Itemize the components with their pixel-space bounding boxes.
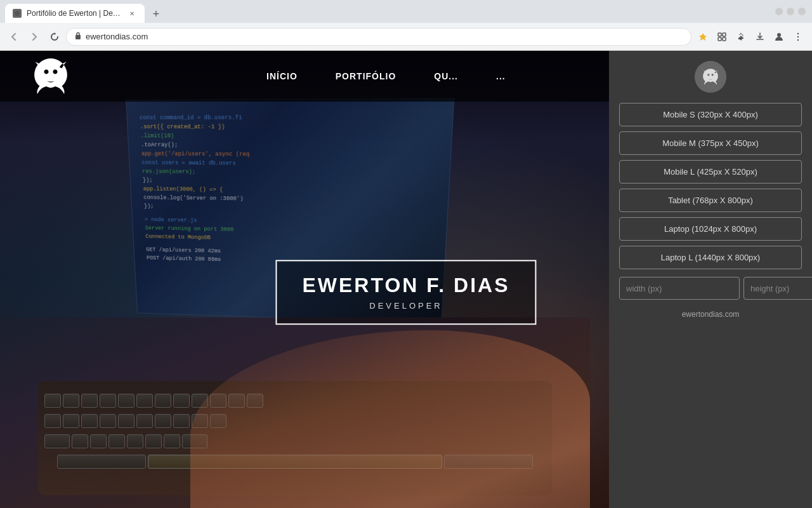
svg-rect-5 (718, 37, 721, 41)
width-input[interactable] (619, 277, 740, 300)
reload-button[interactable] (46, 28, 63, 46)
svg-point-0 (15, 11, 20, 16)
svg-rect-6 (723, 37, 726, 41)
site-nav-links: INÍCIO PORTIFÓLIO QU... ... (266, 71, 506, 81)
lock-icon (74, 32, 82, 41)
new-tab-button[interactable]: + (147, 5, 165, 23)
svg-point-8 (797, 32, 799, 34)
back-button[interactable] (5, 28, 23, 46)
account-button[interactable] (770, 28, 788, 46)
device-mobile-s-button[interactable]: Mobile S (320px X 400px) (619, 103, 802, 126)
browser-viewport: const command_id = db.users.fi .sort({ c… (0, 51, 812, 508)
hero-name-box: EWERTON F. DIAS DEVELOPER (275, 260, 536, 324)
svg-point-10 (797, 39, 799, 40)
bookmark-button[interactable] (694, 28, 712, 46)
svg-rect-1 (75, 35, 81, 39)
extension-button[interactable] (713, 28, 731, 46)
tab-title: Portifólio de Ewerton | Develo... (27, 9, 122, 18)
minimize-button[interactable] (775, 8, 783, 15)
svg-rect-3 (718, 33, 721, 36)
nav-link-inicio[interactable]: INÍCIO (266, 71, 298, 81)
svg-marker-2 (699, 33, 707, 41)
height-input[interactable] (743, 277, 812, 300)
browser-titlebar: Portifólio de Ewerton | Develo... ✕ + (0, 0, 812, 23)
address-text: ewertondias.com (86, 32, 148, 41)
nav-link-qu[interactable]: QU... (434, 71, 458, 81)
website: const command_id = db.users.fi .sort({ c… (0, 51, 812, 508)
device-laptop-button[interactable]: Laptop (1024px X 800px) (619, 217, 802, 241)
browser-frame: Portifólio de Ewerton | Develo... ✕ + (0, 0, 812, 508)
maximize-button[interactable] (787, 8, 794, 15)
download-button[interactable] (751, 28, 769, 46)
nav-link-portfolio[interactable]: PORTIFÓLIO (336, 71, 396, 81)
tab-strip: Portifólio de Ewerton | Develo... ✕ + (5, 0, 165, 23)
puzzle-extension-button[interactable] (732, 28, 750, 46)
svg-point-9 (797, 36, 799, 37)
tab-favicon (13, 9, 22, 18)
device-mobile-l-button[interactable]: Mobile L (425px X 520px) (619, 160, 802, 184)
panel-url: ewertondias.com (682, 310, 740, 319)
nav-link-extra[interactable]: ... (496, 71, 506, 81)
hero-name: EWERTON F. DIAS (302, 274, 509, 297)
device-laptop-l-button[interactable]: Laptop L (1440px X 800px) (619, 246, 802, 269)
browser-toolbar: ewertondias.com (0, 23, 812, 51)
hero-section: EWERTON F. DIAS DEVELOPER (275, 260, 536, 324)
dragon-logo-svg (29, 54, 73, 98)
panel-avatar (695, 61, 726, 93)
tab-close-button[interactable]: ✕ (127, 8, 137, 18)
hero-subtitle: DEVELOPER (302, 301, 509, 311)
forward-button[interactable] (25, 28, 43, 46)
toolbar-right (694, 28, 807, 46)
browser-tab-active[interactable]: Portifólio de Ewerton | Develo... ✕ (5, 4, 145, 23)
menu-button[interactable] (789, 28, 807, 46)
device-tablet-button[interactable]: Tablet (768px X 800px) (619, 189, 802, 212)
svg-point-7 (777, 33, 781, 37)
device-mobile-m-button[interactable]: Mobile M (375px X 450px) (619, 131, 802, 155)
custom-size-row: > (619, 277, 802, 300)
responsive-panel: Mobile S (320px X 400px) Mobile M (375px… (609, 51, 812, 508)
svg-rect-4 (723, 33, 726, 36)
close-button[interactable] (798, 8, 806, 15)
address-bar[interactable]: ewertondias.com (66, 28, 691, 46)
site-logo (25, 51, 76, 102)
